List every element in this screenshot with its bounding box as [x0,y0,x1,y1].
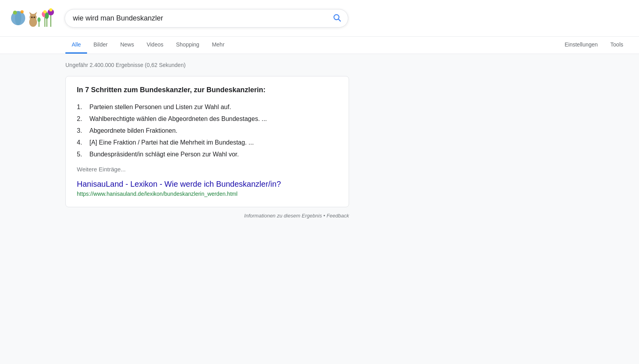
list-num: 1. [77,104,86,111]
snippet-list: 1. Parteien stellen Personen und Listen … [77,101,338,160]
result-footer-text: Informationen zu diesem Ergebnis • Feedb… [244,213,349,219]
svg-point-8 [31,17,33,18]
snippet-result-url: https://www.hanisauland.de/lexikon/bunde… [77,191,238,197]
list-text: Abgeordnete bilden Fraktionen. [89,127,177,134]
svg-point-12 [43,10,46,13]
list-item: 3. Abgeordnete bilden Fraktionen. [77,125,338,137]
logo[interactable] [9,6,57,30]
list-num: 4. [77,139,86,146]
list-item: 5. Bundespräsident/in schlägt eine Perso… [77,149,338,160]
list-item: 1. Parteien stellen Personen und Listen … [77,101,338,113]
svg-point-3 [20,10,24,13]
list-text: Parteien stellen Personen und Listen zur… [89,104,231,111]
search-button[interactable] [331,12,343,25]
search-icon [333,13,341,22]
list-num: 3. [77,127,86,134]
search-bar-wrapper [65,9,348,28]
tab-einstellungen[interactable]: Einstellungen [558,37,604,54]
list-text: Wahlberechtigte wählen die Abgeordneten … [89,115,267,123]
result-footer: Informationen zu diesem Ergebnis • Feedb… [65,212,349,219]
search-input[interactable] [65,9,348,28]
tab-news[interactable]: News [114,37,140,54]
nav-tabs: Alle Bilder News Videos Shopping Mehr Ei… [0,37,639,54]
header [0,0,639,37]
list-item: 2. Wahlberechtigte wählen die Abgeordnet… [77,113,338,125]
snippet-result-title-link[interactable]: HanisauLand - Lexikon - Wie werde ich Bu… [77,180,338,189]
list-item: 4. [A] Eine Fraktion / Partei hat die Me… [77,137,338,149]
svg-point-15 [49,8,52,11]
tab-mehr[interactable]: Mehr [206,37,231,54]
results-count: Ungefähr 2.400.000 Ergebnisse (0,62 Seku… [65,62,377,68]
list-num: 5. [77,151,86,158]
tab-videos[interactable]: Videos [140,37,170,54]
list-text: Bundespräsident/in schlägt eine Person z… [89,151,239,158]
svg-point-19 [37,17,41,22]
main-content: Ungefähr 2.400.000 Ergebnisse (0,62 Seku… [0,54,386,227]
svg-line-21 [338,19,340,21]
list-text: [A] Eine Fraktion / Partei hat die Mehrh… [89,139,254,146]
svg-point-2 [13,11,17,15]
svg-point-9 [33,17,35,18]
more-entries-link[interactable]: Weitere Einträge... [77,166,338,173]
snippet-title: In 7 Schritten zum Bundeskanzler, zur Bu… [77,86,338,94]
tab-shopping[interactable]: Shopping [170,37,206,54]
logo-image [9,7,57,29]
list-num: 2. [77,115,86,123]
tab-tools[interactable]: Tools [604,37,630,54]
featured-snippet: In 7 Schritten zum Bundeskanzler, zur Bu… [65,76,349,207]
svg-point-17 [45,13,49,19]
tab-bilder[interactable]: Bilder [87,37,114,54]
tab-alle[interactable]: Alle [65,37,87,54]
